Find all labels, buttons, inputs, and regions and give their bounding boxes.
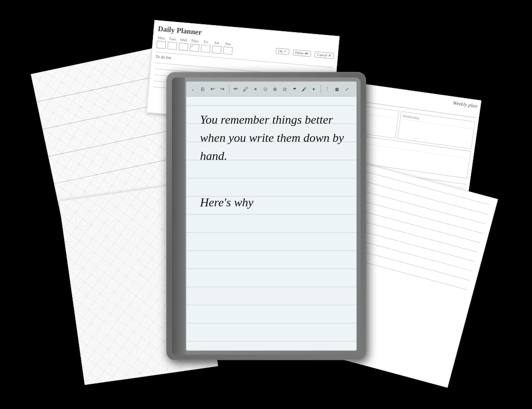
dropdown-icon[interactable]: ▾ — [310, 85, 318, 93]
separator-1 — [229, 85, 230, 93]
separator-2 — [321, 85, 321, 93]
pen-icon[interactable]: ✏ — [232, 85, 240, 93]
sub-text: Here's why — [200, 193, 347, 212]
ereader-screen: ‹ ⎘ ↩ ↪ ✏ 🖊 ✕ ◇ ⊞ ⊡ ☂ 🎤 ▾ — [186, 81, 357, 351]
ink-icon[interactable]: 🖊 — [242, 85, 250, 93]
audio-icon[interactable]: 🎤 — [300, 85, 309, 93]
toolbar: ‹ ⎘ ↩ ↪ ✏ 🖊 ✕ ◇ ⊞ ⊡ ☂ 🎤 ▾ — [186, 82, 356, 97]
pages-icon[interactable]: ▦ — [333, 85, 342, 93]
expand-icon[interactable]: ⤢ — [343, 85, 351, 93]
grid-icon[interactable]: ⊞ — [271, 85, 279, 93]
handwritten-text-area: You remember things better when you writ… — [200, 111, 347, 212]
back-icon[interactable]: ‹ — [189, 85, 197, 93]
lined-paper: You remember things better when you writ… — [186, 97, 356, 350]
daily-planner-days: Mon. Tues. Wed. Thur.✓ Fri. Sat. Sun. — [156, 36, 233, 55]
ereader-spine — [172, 78, 185, 355]
copy-icon[interactable]: ⎘ — [199, 85, 207, 93]
select-icon[interactable]: ⊡ — [281, 85, 289, 93]
ereader-device: ‹ ⎘ ↩ ↪ ✏ 🖊 ✕ ◇ ⊞ ⊡ ☂ 🎤 ▾ — [166, 72, 366, 360]
screen-content: You remember things better when you writ… — [186, 97, 356, 350]
redo-icon[interactable]: ↪ — [218, 85, 227, 93]
more-icon[interactable]: ⋮ — [323, 85, 332, 93]
eraser-icon[interactable]: ✕ — [251, 85, 260, 93]
scene: Daily Planner Mon. Tues. Wed. Thur.✓ Fri… — [57, 19, 475, 390]
shape-icon[interactable]: ◇ — [261, 85, 269, 93]
undo-icon[interactable]: ↩ — [209, 85, 217, 93]
fill-icon[interactable]: ☂ — [290, 85, 299, 93]
daily-planner-actions: Ok ✓ Delay ⏭ Cancel ✕ — [275, 48, 334, 59]
main-text: You remember things better when you writ… — [200, 111, 347, 165]
